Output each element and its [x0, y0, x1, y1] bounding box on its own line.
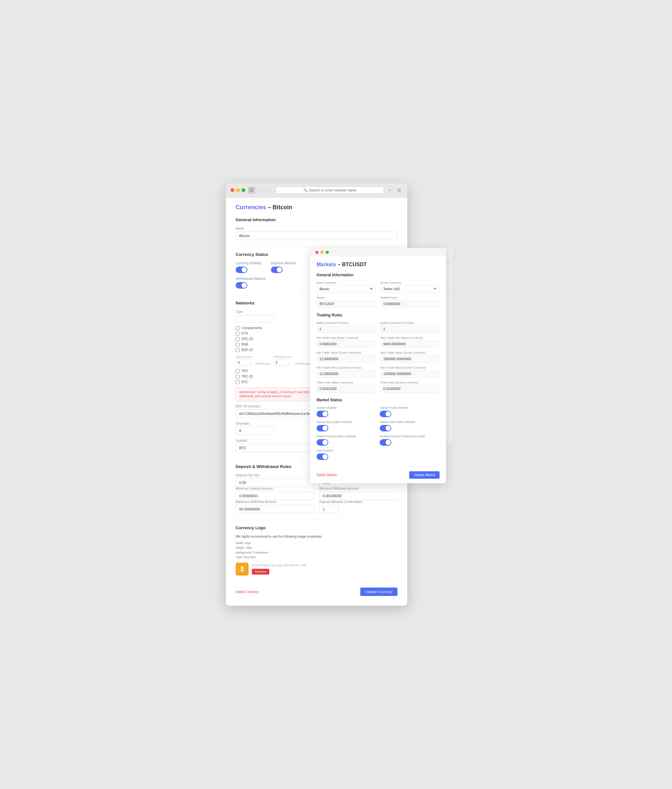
copy-icon[interactable]: ⧉	[396, 187, 403, 194]
delete-currency-link[interactable]: Delete Currency	[236, 590, 259, 594]
remove-logo-button[interactable]: Remove	[252, 569, 269, 575]
market-cancel-orders-label: Market Cancel Orders Allowed	[317, 434, 376, 438]
withdraw-fee-input[interactable]	[274, 359, 290, 366]
market-bottom-actions: Delete Market Update Market	[317, 466, 440, 479]
bnb-check[interactable]	[236, 343, 239, 347]
deposits-toggle[interactable]	[271, 267, 283, 273]
market-visibility-toggle[interactable]	[317, 411, 328, 417]
max-trade-value-group: Max Trade Value (Quote Currency):	[381, 351, 440, 363]
general-info-title: General Information	[236, 217, 398, 222]
ticker-base-input[interactable]	[317, 385, 376, 393]
market-sell-orders-toggle[interactable]	[380, 425, 391, 431]
deposit-fee-label: Deposit Fee:	[236, 355, 252, 359]
market-price-input[interactable]	[381, 300, 440, 308]
svg-rect-0	[250, 188, 253, 189]
update-market-button[interactable]: Update Market	[409, 471, 440, 479]
ticker-quote-label: Ticker Size (Quote Currency):	[381, 381, 440, 384]
logo-props-text: Width: 40pxHeight: 40pxBackground: Trans…	[236, 541, 398, 560]
max-withdraw-label: Maximum Withdraw Amount:	[236, 500, 314, 504]
visibility-toggle-item: Currency Visibility	[236, 261, 261, 273]
bottom-actions: Delete Currency Update Currency	[236, 582, 398, 596]
browser-actions: + ⧉	[387, 187, 403, 194]
trx-check[interactable]	[236, 369, 239, 373]
display-tv-label: Display External Tradingview Chart	[380, 434, 440, 438]
ticker-base-group: Ticker Size (Base Currency):	[317, 381, 376, 393]
url-bar[interactable]: 🔍 Search or enter website name	[276, 187, 384, 194]
deposit-fee-input[interactable]	[236, 359, 252, 366]
base-currency-select[interactable]: Bitcoin	[317, 285, 376, 293]
market-minimize-dot[interactable]	[320, 251, 324, 254]
market-maximize-dot[interactable]	[326, 251, 329, 254]
deposit-fee-pct-input[interactable]	[236, 478, 314, 487]
max-trade-size-input[interactable]	[381, 340, 440, 348]
sidebar-toggle-icon[interactable]	[248, 187, 255, 194]
min-trade-value2-group: Min Trade Value (Quote Currency):	[317, 366, 376, 378]
name-input[interactable]	[236, 232, 398, 240]
quote-precision-input[interactable]	[381, 326, 440, 333]
eth-check[interactable]	[236, 332, 239, 335]
withdrawals-toggle-item: Withdrawals Allowed	[236, 277, 266, 289]
decimals-input[interactable]	[236, 426, 274, 435]
network-confirm-label: Deposit Network Confirmation:	[319, 500, 398, 504]
btc-check[interactable]	[236, 380, 239, 384]
allowed-types-text: allowed types: jpg, png, Max filesize: 1…	[252, 564, 306, 567]
network-confirm-input[interactable]	[319, 505, 339, 513]
market-price-group: Market Price:	[381, 296, 440, 308]
close-window-dot[interactable]	[231, 188, 234, 192]
minimize-window-dot[interactable]	[236, 188, 240, 192]
new-tab-icon[interactable]: +	[387, 187, 393, 194]
delete-market-link[interactable]: Delete Market	[317, 473, 337, 477]
forward-button[interactable]: ›	[266, 187, 273, 194]
trc20-check[interactable]	[236, 375, 239, 379]
market-breadcrumb-colored: Markets	[317, 262, 336, 267]
min-trade-value2-label: Min Trade Value (Quote Currency):	[317, 366, 376, 369]
coinpayments-check[interactable]	[236, 326, 239, 330]
breadcrumb-colored: Currencies	[236, 204, 266, 211]
max-withdraw-input[interactable]	[236, 505, 314, 513]
min-trade-value-input[interactable]	[317, 355, 376, 363]
visibility-toggle[interactable]	[236, 267, 247, 273]
market-sell-orders-item: Market Sell Orders Allowed	[380, 420, 440, 431]
quote-currency-select[interactable]: Tether USD	[381, 285, 440, 293]
fix-percent-label-2: Fix/Percent	[296, 362, 311, 365]
base-precision-group: Base Currency Precision:	[317, 321, 376, 333]
erc20-check[interactable]	[236, 337, 239, 341]
market-name-input[interactable]	[317, 300, 376, 308]
display-tv-toggle[interactable]	[380, 439, 391, 446]
max-trade-value-input[interactable]	[381, 355, 440, 363]
maximize-window-dot[interactable]	[242, 188, 245, 192]
max-trade-value-label: Max Trade Value (Quote Currency):	[381, 351, 440, 355]
market-buy-orders-toggle[interactable]	[317, 425, 328, 431]
has-futures-toggle[interactable]	[317, 454, 328, 460]
type-select[interactable]	[236, 315, 274, 322]
display-tv-item: Display External Tradingview Chart	[380, 434, 440, 446]
base-precision-input[interactable]	[317, 326, 376, 333]
market-status-toggles: Market Visibility Market Trade Allowed M…	[317, 406, 440, 460]
back-button[interactable]: ‹	[258, 187, 265, 194]
general-info-section: General Information Name	[236, 217, 398, 240]
min-withdraw-input[interactable]	[319, 492, 398, 500]
market-trade-allowed-toggle[interactable]	[380, 411, 391, 417]
trade-value-row-1: Min Trade Value (Quote Currency): Max Tr…	[317, 351, 440, 363]
min-trade-value2-input[interactable]	[317, 370, 376, 378]
ticker-base-label: Ticker Size (Base Currency):	[317, 381, 376, 384]
quote-precision-label: Quote Currency Precision:	[381, 321, 440, 324]
min-trade-size-input[interactable]	[317, 340, 376, 348]
withdrawals-toggle[interactable]	[236, 282, 247, 289]
min-trade-size-group: Min Trade Size (Base Currency):	[317, 336, 376, 348]
ticker-quote-input[interactable]	[381, 385, 440, 393]
update-currency-button[interactable]: Update Currency	[360, 588, 398, 596]
deposit-fee-pct-group: Deposit Fee (%):	[236, 474, 314, 487]
max-trade-value2-input[interactable]	[381, 370, 440, 378]
market-close-dot[interactable]	[315, 251, 318, 254]
max-amounts-row: Maximum Withdraw Amount: Deposit Network…	[236, 500, 398, 513]
trading-rules-title: Trading Rules	[317, 313, 440, 318]
min-deposit-input[interactable]	[236, 492, 314, 500]
bsp20-check[interactable]	[236, 348, 239, 352]
currency-logo-section: Currency Logo We highly recommend to use…	[236, 525, 398, 576]
withdrawals-label: Withdrawals Allowed	[236, 277, 266, 281]
bnb-label: BNB	[242, 343, 248, 346]
market-breadcrumb: Markets – BTCUSDT	[317, 262, 440, 268]
market-cancel-orders-toggle[interactable]	[317, 439, 328, 446]
bitcoin-symbol: ₿	[241, 566, 244, 573]
